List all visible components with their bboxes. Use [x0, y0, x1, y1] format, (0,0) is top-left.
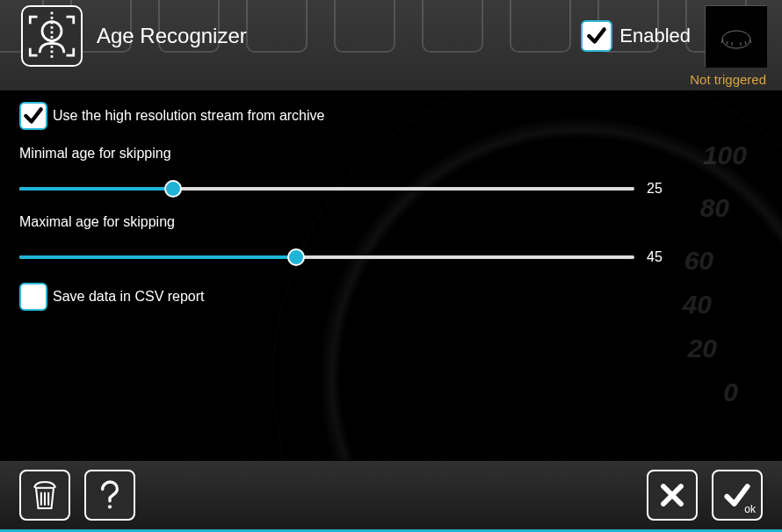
min-age-label: Minimal age for skipping	[19, 146, 763, 162]
header-bar: Age Recognizer Enabled	[0, 0, 782, 91]
max-age-slider[interactable]	[19, 255, 634, 259]
save-csv-checkbox[interactable]	[19, 283, 47, 311]
delete-button[interactable]	[19, 470, 70, 521]
use-high-res-label: Use the high resolution stream from arch…	[53, 108, 324, 124]
cancel-button[interactable]	[647, 470, 698, 521]
ok-button[interactable]: ok	[712, 470, 763, 521]
min-age-slider[interactable]	[19, 187, 634, 191]
trigger-status: Not triggered	[690, 72, 766, 87]
max-age-value: 45	[647, 249, 673, 265]
module-title: Age Recognizer	[97, 24, 247, 48]
enabled-label: Enabled	[619, 25, 691, 47]
slider-thumb[interactable]	[164, 180, 182, 198]
footer-bar: ok	[0, 460, 782, 532]
help-button[interactable]	[84, 470, 135, 521]
use-high-res-checkbox[interactable]	[19, 102, 47, 130]
svg-point-12	[108, 505, 112, 508]
min-age-value: 25	[647, 181, 673, 197]
enabled-checkbox[interactable]	[581, 20, 612, 52]
face-scan-icon	[21, 5, 83, 67]
ok-label: ok	[744, 503, 756, 515]
svg-rect-2	[706, 6, 767, 68]
save-csv-label: Save data in CSV report	[53, 289, 205, 305]
preview-thumbnail	[705, 5, 766, 67]
slider-thumb[interactable]	[287, 248, 305, 266]
max-age-label: Maximal age for skipping	[19, 214, 763, 230]
